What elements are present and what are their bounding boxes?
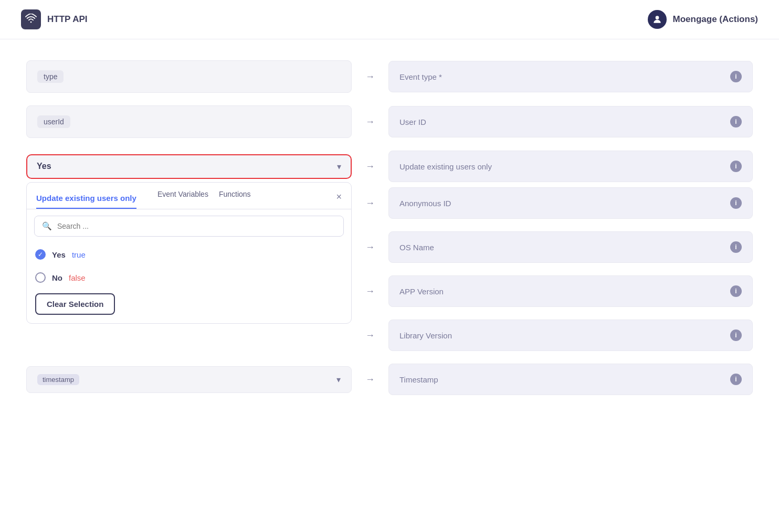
yes-radio-checked: ✓ (35, 249, 46, 260)
os-name-right-field: OS Name i (388, 231, 753, 263)
main-content: type → Event type * i userId → User ID i… (0, 39, 779, 429)
yes-value: Yes (37, 162, 51, 171)
arrow-icon-3: → (362, 161, 378, 172)
arrow-icon-2: → (362, 116, 378, 127)
tab-event-variables[interactable]: Event Variables (157, 190, 208, 204)
search-icon: 🔍 (42, 221, 52, 231)
close-button[interactable]: × (336, 191, 342, 208)
userid-tag: userId (37, 115, 70, 128)
update-existing-right-field: Update existing users only i (388, 151, 753, 182)
timestamp-mapping-row: timestamp ▾ → Timestamp i (26, 364, 753, 395)
anon-id-right-field: Anonymous ID i (388, 187, 753, 219)
app-version-label: APP Version (399, 287, 444, 296)
yes-dropdown-field[interactable]: Yes ▾ (26, 154, 352, 179)
info-icon-2[interactable]: i (730, 116, 742, 127)
check-icon: ✓ (38, 251, 43, 258)
update-existing-label: Update existing users only (399, 162, 492, 171)
yes-option-value: true (72, 250, 86, 259)
info-icon-7[interactable]: i (730, 329, 742, 341)
userid-mapping-row: userId → User ID i (26, 105, 753, 138)
app-version-right-field: APP Version i (388, 275, 753, 307)
dest-title: Moengage (Actions) (673, 14, 758, 25)
chevron-down-icon: ▾ (337, 162, 341, 172)
dest-icon (648, 10, 667, 29)
timestamp-left-field[interactable]: timestamp ▾ (26, 366, 352, 393)
timestamp-tag: timestamp (37, 374, 79, 385)
tab-functions[interactable]: Functions (219, 190, 251, 204)
user-id-label: User ID (399, 118, 426, 126)
arrow-icon-7: → (362, 330, 378, 341)
info-icon-1[interactable]: i (730, 71, 742, 82)
yes-option-label: Yes (52, 250, 66, 259)
arrow-icon-4: → (362, 198, 378, 209)
timestamp-chevron-icon: ▾ (336, 375, 341, 385)
userid-left-field: userId (26, 105, 352, 138)
no-option-value: false (69, 273, 86, 282)
source-title: HTTP API (47, 14, 88, 25)
info-icon-8[interactable]: i (730, 374, 742, 385)
arrow-icon-6: → (362, 286, 378, 297)
event-type-right-field: Event type * i (388, 61, 753, 92)
dropdown-panel-header: Update existing users only Event Variabl… (27, 183, 351, 209)
event-type-label: Event type * (399, 72, 442, 81)
timestamp-right-field: Timestamp i (388, 364, 753, 395)
type-left-field: type (26, 60, 352, 93)
type-mapping-row: type → Event type * i (26, 60, 753, 93)
top-bar: HTTP API Moengage (Actions) (0, 0, 779, 39)
arrow-icon-8: → (362, 374, 378, 385)
svg-point-0 (30, 22, 32, 23)
arrow-icon-5: → (362, 242, 378, 253)
timestamp-label: Timestamp (399, 375, 438, 384)
no-option[interactable]: No false (27, 266, 351, 289)
dropdown-panel: Update existing users only Event Variabl… (26, 182, 352, 324)
svg-point-1 (655, 16, 659, 19)
yes-option[interactable]: ✓ Yes true (27, 243, 351, 266)
arrow-icon-1: → (362, 71, 378, 82)
info-icon-3[interactable]: i (730, 161, 742, 172)
no-option-label: No (52, 273, 62, 282)
info-icon-6[interactable]: i (730, 285, 742, 297)
info-icon-5[interactable]: i (730, 241, 742, 253)
no-radio-unchecked (35, 272, 46, 283)
anon-id-label: Anonymous ID (399, 199, 451, 208)
source-section: HTTP API (21, 9, 88, 29)
info-icon-4[interactable]: i (730, 197, 742, 209)
lib-version-label: Library Version (399, 331, 452, 340)
os-name-label: OS Name (399, 243, 434, 252)
lib-version-right-field: Library Version i (388, 320, 753, 351)
dropdown-panel-title: Update existing users only (36, 194, 136, 209)
clear-selection-button[interactable]: Clear Selection (35, 293, 115, 315)
user-id-right-field: User ID i (388, 106, 753, 137)
search-box[interactable]: 🔍 (34, 216, 344, 237)
search-input[interactable] (57, 222, 336, 230)
dest-section: Moengage (Actions) (648, 10, 758, 29)
type-tag: type (37, 70, 64, 83)
wifi-icon (21, 9, 41, 29)
